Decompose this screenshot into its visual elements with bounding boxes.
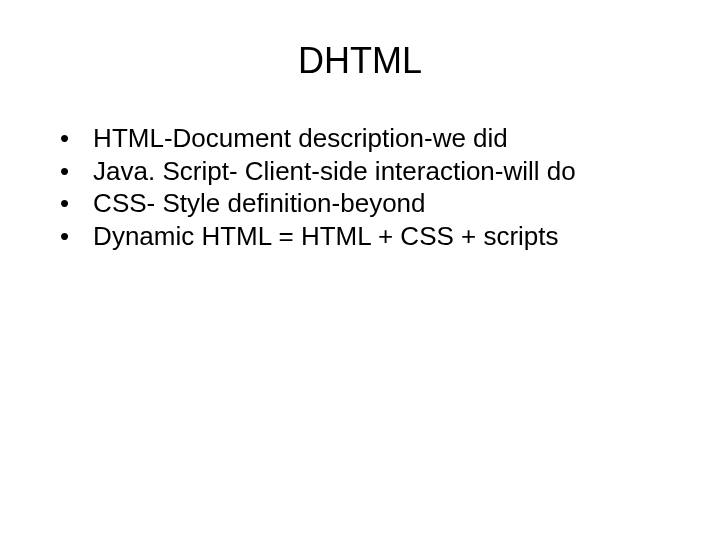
bullet-list: • HTML-Document description-we did • Jav… [40,122,680,252]
slide-title: DHTML [40,40,680,82]
bullet-icon: • [60,122,69,155]
bullet-icon: • [60,187,69,220]
bullet-text: Dynamic HTML = HTML + CSS + scripts [93,220,680,253]
bullet-icon: • [60,220,69,253]
list-item: • Dynamic HTML = HTML + CSS + scripts [60,220,680,253]
list-item: • HTML-Document description-we did [60,122,680,155]
bullet-text: CSS- Style definition-beyond [93,187,680,220]
list-item: • Java. Script- Client-side interaction-… [60,155,680,188]
bullet-text: Java. Script- Client-side interaction-wi… [93,155,680,188]
bullet-text: HTML-Document description-we did [93,122,680,155]
list-item: • CSS- Style definition-beyond [60,187,680,220]
bullet-icon: • [60,155,69,188]
